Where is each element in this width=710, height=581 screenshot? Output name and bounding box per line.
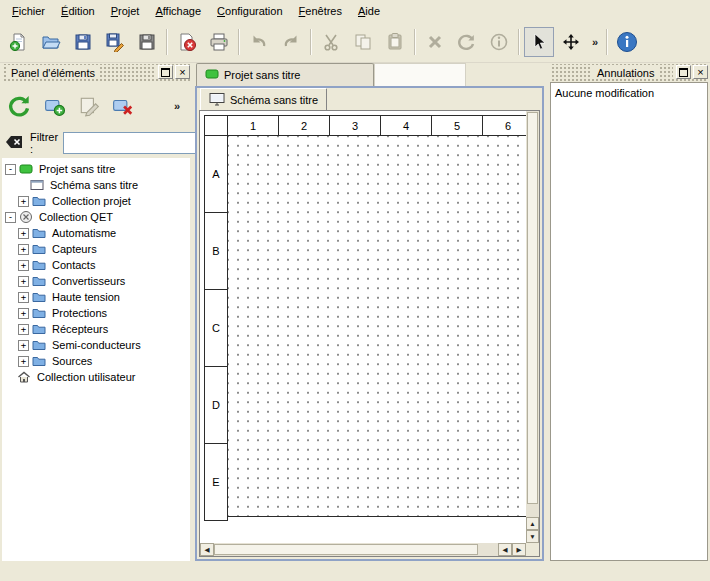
reload-collections-button[interactable] — [4, 91, 34, 121]
tree-item-capteurs[interactable]: Capteurs — [2, 241, 190, 257]
expand-expander-icon[interactable] — [18, 196, 29, 207]
menu-affichage[interactable]: Affichage — [147, 2, 209, 20]
close-panel-button[interactable] — [693, 65, 708, 79]
undo-button[interactable] — [244, 27, 274, 57]
diagram-info-button[interactable] — [484, 27, 514, 57]
expand-expander-icon[interactable] — [18, 324, 29, 335]
diagram-grid-canvas[interactable] — [228, 136, 529, 517]
expand-expander-icon[interactable] — [18, 340, 29, 351]
collapse-expander-icon[interactable] — [5, 164, 16, 175]
rotate-button[interactable] — [452, 27, 482, 57]
filter-input[interactable] — [63, 132, 213, 154]
new-element-button[interactable] — [42, 93, 68, 119]
menu-configuration[interactable]: Configuration — [209, 2, 290, 20]
tree-item-automatisme[interactable]: Automatisme — [2, 225, 190, 241]
tree-item-schema[interactable]: Schéma sans titre — [2, 177, 190, 193]
project-tab[interactable]: Projet sans titre — [196, 63, 374, 86]
tree-item-recepteurs[interactable]: Récepteurs — [2, 321, 190, 337]
project-window: Schéma sans titre 1 2 3 4 5 6 — [195, 86, 544, 561]
edit-pencil-icon — [78, 95, 100, 117]
close-icon — [697, 67, 703, 78]
diagram-sheet[interactable]: 1 2 3 4 5 6 A B C D E — [204, 115, 534, 521]
cut-button[interactable] — [316, 27, 346, 57]
scroll-right-button[interactable] — [512, 543, 526, 556]
expand-expander-icon[interactable] — [18, 292, 29, 303]
open-file-button[interactable] — [36, 27, 66, 57]
scissors-icon — [321, 32, 341, 52]
save-all-button[interactable] — [132, 27, 162, 57]
undo-list-item[interactable]: Aucune modification — [555, 85, 703, 100]
clear-filter-button[interactable] — [3, 133, 25, 153]
scroll-down-button[interactable] — [526, 530, 539, 543]
menu-fichier[interactable]: Fichier — [4, 2, 53, 20]
vertical-scrollbar[interactable] — [526, 111, 539, 543]
move-view-button[interactable] — [556, 27, 586, 57]
print-button[interactable] — [204, 27, 234, 57]
delete-button[interactable] — [420, 27, 450, 57]
toolbar-separator — [606, 29, 608, 55]
vertical-scrollbar-thumb[interactable] — [527, 112, 538, 504]
tree-item-contacts[interactable]: Contacts — [2, 257, 190, 273]
menu-projet[interactable]: Projet — [103, 2, 148, 20]
copy-button[interactable] — [348, 27, 378, 57]
delete-element-button[interactable] — [110, 93, 136, 119]
tree-item-collection-qet[interactable]: Collection QET — [2, 209, 190, 225]
expand-expander-icon[interactable] — [18, 244, 29, 255]
expand-expander-icon[interactable] — [18, 276, 29, 287]
column-header: 3 — [330, 115, 381, 136]
expand-expander-icon[interactable] — [18, 260, 29, 271]
tree-item-haute-tension[interactable]: Haute tension — [2, 289, 190, 305]
float-panel-button[interactable] — [676, 65, 691, 79]
new-element-icon — [44, 95, 66, 117]
select-arrow-button[interactable] — [524, 27, 554, 57]
row-header: E — [204, 444, 228, 521]
paste-button[interactable] — [380, 27, 410, 57]
new-document-button[interactable] — [4, 27, 34, 57]
close-panel-button[interactable] — [175, 65, 190, 79]
expand-expander-icon[interactable] — [18, 356, 29, 367]
column-header: 5 — [432, 115, 483, 136]
scroll-up-button[interactable] — [526, 517, 539, 530]
edit-element-button[interactable] — [76, 93, 102, 119]
expand-expander-icon[interactable] — [18, 308, 29, 319]
close-file-button[interactable] — [172, 27, 202, 57]
float-panel-button[interactable] — [158, 65, 173, 79]
expand-expander-icon[interactable] — [18, 228, 29, 239]
tree-item-collection-utilisateur[interactable]: Collection utilisateur — [2, 369, 190, 385]
menu-aide[interactable]: Aide — [350, 2, 388, 20]
row-header: D — [204, 367, 228, 444]
open-folder-icon — [41, 32, 61, 52]
horizontal-scrollbar[interactable] — [200, 543, 526, 556]
tree-item-protections[interactable]: Protections — [2, 305, 190, 321]
menu-edition[interactable]: Édition — [53, 2, 103, 20]
toolbar-separator — [414, 29, 416, 55]
qelectrotech-window: Fichier Édition Projet Affichage Configu… — [0, 0, 710, 581]
save-as-button[interactable] — [100, 27, 130, 57]
redo-button[interactable] — [276, 27, 306, 57]
menubar: Fichier Édition Projet Affichage Configu… — [0, 0, 710, 22]
scroll-left-button[interactable] — [498, 543, 512, 556]
toolbar-overflow-chevron[interactable]: » — [588, 30, 602, 54]
filter-row: Filtrer : — [0, 130, 192, 156]
undo-panel-titlebar: Annulations — [550, 64, 708, 82]
empty-tab-area — [374, 63, 466, 86]
column-header: 2 — [279, 115, 330, 136]
row-headers: A B C D E — [204, 136, 228, 521]
tree-item-semi-conducteurs[interactable]: Semi-conducteurs — [2, 337, 190, 353]
tree-item-collection-projet[interactable]: Collection projet — [2, 193, 190, 209]
tree-item-project[interactable]: Projet sans titre — [2, 161, 190, 177]
schema-tab[interactable]: Schéma sans titre — [200, 88, 327, 110]
about-info-button[interactable] — [612, 27, 642, 57]
elements-panel-title: Panel d'éléments — [6, 67, 100, 79]
menu-fenetres[interactable]: Fenêtres — [291, 2, 350, 20]
panel-overflow-chevron[interactable]: » — [170, 94, 184, 118]
project-icon — [19, 162, 34, 176]
undo-history-list[interactable]: Aucune modification — [550, 82, 708, 561]
tree-item-convertisseurs[interactable]: Convertisseurs — [2, 273, 190, 289]
horizontal-scrollbar-thumb[interactable] — [214, 544, 478, 555]
save-button[interactable] — [68, 27, 98, 57]
collapse-expander-icon[interactable] — [5, 212, 16, 223]
tree-item-sources[interactable]: Sources — [2, 353, 190, 369]
scroll-left-button[interactable] — [200, 543, 214, 556]
refresh-icon — [6, 93, 32, 119]
